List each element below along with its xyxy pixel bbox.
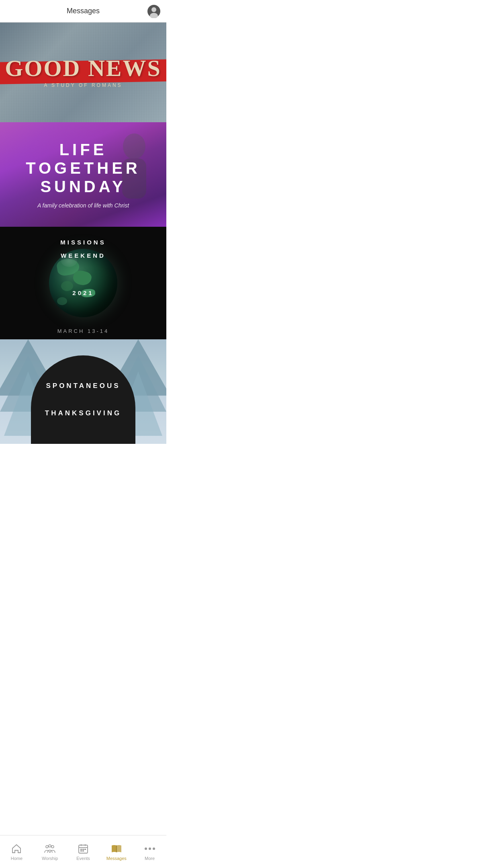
card-good-news[interactable]: GOOD NEWS A STUDY OF ROMANS [0, 23, 166, 122]
missions-title-line1: MISSIONS [0, 236, 166, 249]
header: Messages [0, 0, 166, 23]
thanksgiving-title: SPONTANEOUS THANKSGIVING [45, 379, 121, 420]
life-together-title: LIFE TOGETHER SUNDAY [26, 140, 141, 196]
missions-title-line2: WEEKEND [0, 249, 166, 262]
missions-date: MARCH 13-14 [0, 327, 166, 334]
svg-point-1 [151, 7, 156, 12]
life-together-subtitle: A family celebration of life with Christ [26, 202, 141, 209]
card-life-together[interactable]: LIFE TOGETHER SUNDAY A family celebratio… [0, 122, 166, 227]
card-missions[interactable]: MISSIONS WEEKEND 2021 MARCH 13-14 [0, 227, 166, 339]
good-news-title: GOOD NEWS [5, 55, 162, 81]
missions-title-line3: 2021 [0, 286, 166, 300]
good-news-subtitle: A STUDY OF ROMANS [44, 82, 122, 88]
profile-avatar-button[interactable] [147, 4, 161, 18]
page-title: Messages [67, 7, 100, 15]
content-area: GOOD NEWS A STUDY OF ROMANS LIFE TOGETHE… [0, 23, 166, 477]
card-thanksgiving[interactable]: SPONTANEOUS THANKSGIVING [0, 339, 166, 444]
